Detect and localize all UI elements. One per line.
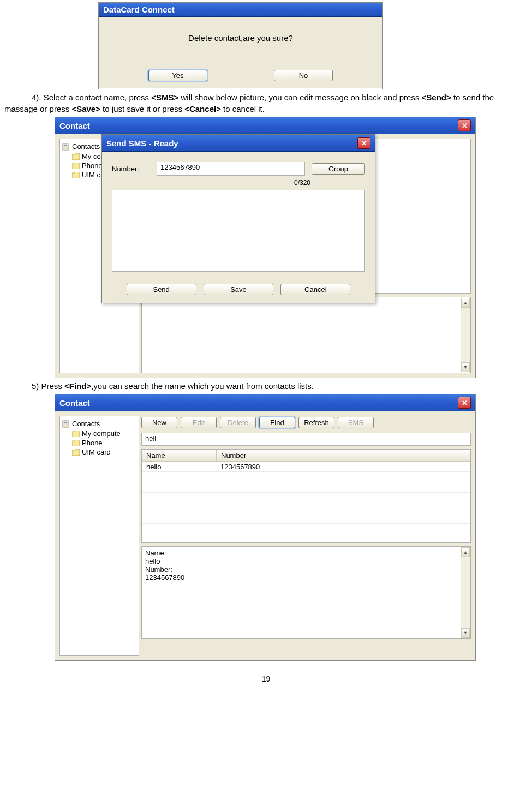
folder-icon <box>72 431 80 437</box>
page-footer: 19 <box>4 672 528 683</box>
detail-number-value: 1234567890 <box>145 573 467 582</box>
tree-item-label: Phone <box>82 439 103 447</box>
folder-icon <box>72 172 80 178</box>
folder-icon <box>72 153 80 160</box>
detail-name-label: Name: <box>145 549 467 557</box>
cancel-button[interactable]: Cancel <box>280 284 350 295</box>
find-button[interactable]: Find <box>259 417 295 428</box>
delete-button[interactable]: Delete <box>220 417 256 428</box>
contact2-main: New Edit Delete Find Refresh SMS hell Na… <box>141 416 471 656</box>
detail-number-label: Number: <box>145 565 467 573</box>
sms-title: Send SMS - Ready <box>106 139 178 148</box>
confirm-title: DataCard Connect <box>103 5 175 14</box>
confirm-titlebar[interactable]: DataCard Connect <box>99 3 382 17</box>
tree-item-label: My co <box>82 152 101 160</box>
tree-root-label: Contacts <box>72 142 100 151</box>
no-button[interactable]: No <box>274 70 333 81</box>
scroll-up-icon[interactable]: ▲ <box>461 298 470 308</box>
close-icon[interactable]: ✕ <box>357 137 370 149</box>
tree-item-label: UIM card <box>82 448 111 456</box>
tree-item-uimcard[interactable]: UIM card <box>61 447 138 457</box>
contacts-tree-2: Contacts My compute Phone UIM card <box>59 416 139 656</box>
cell-name: hello <box>142 462 216 471</box>
send-button[interactable]: Send <box>127 284 196 295</box>
table-row <box>142 513 470 524</box>
save-button[interactable]: Save <box>204 284 273 295</box>
close-icon[interactable]: ✕ <box>458 397 471 409</box>
table-row <box>142 472 470 482</box>
refresh-button[interactable]: Refresh <box>298 417 334 428</box>
table-row <box>142 524 470 534</box>
tree-item-label: Phone <box>82 162 103 170</box>
tree-item-phone[interactable]: Phone <box>61 438 138 447</box>
doc-paragraph-5: 5) Press <Find>,you can search the name … <box>4 380 528 392</box>
scrollbar[interactable]: ▲ ▼ <box>461 298 470 372</box>
doc-paragraph-4: 4). Select a contact name, press <SMS> w… <box>4 92 528 115</box>
col-number[interactable]: Number <box>217 450 313 461</box>
table-row[interactable]: hello 1234567890 <box>142 462 470 472</box>
sms-button[interactable]: SMS <box>338 417 374 428</box>
page-number: 19 <box>262 674 271 683</box>
tree-item-mycomputer[interactable]: My compute <box>61 429 138 438</box>
contact-window-1: Contact ✕ Contacts My co Phone <box>55 117 476 378</box>
contact1-title: Contact <box>59 121 90 130</box>
contact2-titlebar[interactable]: Contact ✕ <box>55 394 475 411</box>
table-row <box>142 493 470 503</box>
contact2-title: Contact <box>59 398 90 408</box>
close-icon[interactable]: ✕ <box>458 119 471 131</box>
scroll-up-icon[interactable]: ▲ <box>461 547 470 557</box>
contacts-icon <box>62 143 70 151</box>
svg-rect-0 <box>63 144 68 150</box>
group-button[interactable]: Group <box>312 163 365 175</box>
tree-root[interactable]: Contacts <box>61 419 138 429</box>
folder-icon <box>72 163 80 169</box>
table-row <box>142 503 470 513</box>
send-sms-dialog: Send SMS - Ready ✕ Number: 1234567890 Gr… <box>101 134 375 303</box>
table-row <box>142 482 470 493</box>
sms-titlebar[interactable]: Send SMS - Ready ✕ <box>102 135 375 152</box>
col-name[interactable]: Name <box>142 450 217 461</box>
scrollbar[interactable]: ▲ ▼ <box>461 547 470 638</box>
scroll-down-icon[interactable]: ▼ <box>461 362 470 372</box>
confirm-message: Delete contact,are you sure? <box>110 33 372 43</box>
contact1-details: ▲ ▼ <box>141 297 471 373</box>
number-input[interactable]: 1234567890 <box>157 162 305 176</box>
search-input[interactable]: hell <box>141 433 471 446</box>
svg-rect-1 <box>64 145 67 146</box>
cell-number: 1234567890 <box>216 462 312 471</box>
contacts-grid[interactable]: Name Number hello 1234567890 <box>141 449 471 543</box>
confirm-dialog: DataCard Connect Delete contact,are you … <box>98 2 383 89</box>
new-button[interactable]: New <box>141 417 177 428</box>
sms-message-textarea[interactable] <box>112 190 365 272</box>
tree-item-label: UIM c <box>82 171 100 179</box>
scroll-down-icon[interactable]: ▼ <box>461 628 470 638</box>
number-label: Number: <box>112 165 150 173</box>
detail-name-value: hello <box>145 557 467 565</box>
col-spacer <box>313 450 470 461</box>
yes-button[interactable]: Yes <box>148 70 207 81</box>
grid-header: Name Number <box>142 450 470 462</box>
tree-root-label: Contacts <box>72 420 100 428</box>
svg-rect-2 <box>63 421 68 427</box>
tree-item-label: My compute <box>82 429 121 438</box>
contact1-titlebar[interactable]: Contact ✕ <box>55 117 475 134</box>
folder-icon <box>72 440 80 446</box>
contact-window-2: Contact ✕ Contacts My compute Phone <box>55 394 476 661</box>
char-counter: 0/320 <box>112 179 310 187</box>
contact2-toolbar: New Edit Delete Find Refresh SMS <box>141 416 471 429</box>
contact-details-box: Name: hello Number: 1234567890 ▲ ▼ <box>141 546 471 639</box>
svg-rect-3 <box>64 422 67 423</box>
edit-button[interactable]: Edit <box>181 417 217 428</box>
contacts-icon <box>62 420 70 428</box>
folder-icon <box>72 449 80 456</box>
